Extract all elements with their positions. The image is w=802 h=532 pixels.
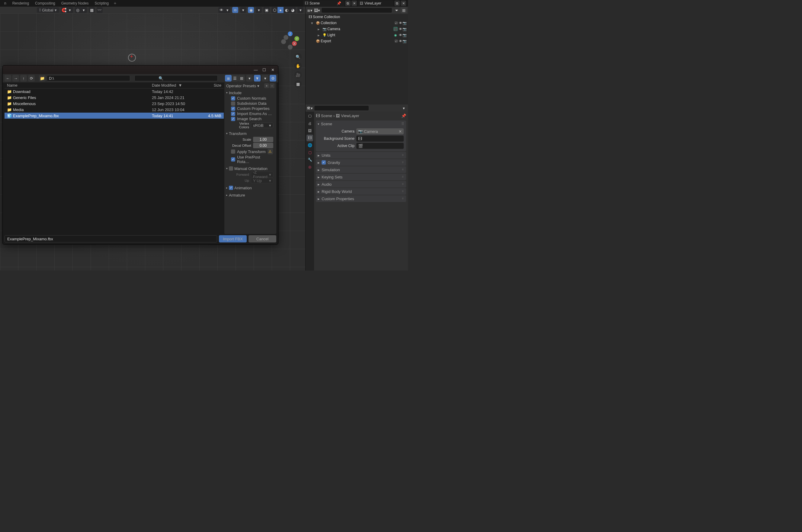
- cb-enums[interactable]: [231, 112, 235, 116]
- cb-subdivision[interactable]: [231, 101, 235, 106]
- filter-toggle[interactable]: ▼: [254, 75, 261, 81]
- tab-scene[interactable]: 🎞: [306, 135, 313, 141]
- cb-apply-transform[interactable]: [231, 149, 235, 154]
- maximize-icon[interactable]: ☐: [260, 66, 268, 73]
- bgscene-field[interactable]: 🎞: [356, 136, 404, 141]
- file-row[interactable]: 📁Miscellenous23 Sep 2023 14:50: [4, 100, 224, 107]
- panel-units[interactable]: ▸Units⠿: [316, 152, 406, 158]
- axis-gizmo[interactable]: Z Y X: [281, 32, 299, 50]
- shading-dropdown[interactable]: ▾: [298, 7, 304, 13]
- render-icon[interactable]: 📷: [402, 27, 407, 31]
- cb-prepost-rotation[interactable]: [231, 157, 235, 162]
- axis-x[interactable]: X: [292, 41, 297, 46]
- axis-y[interactable]: Y: [294, 36, 299, 41]
- back-button[interactable]: ←: [4, 75, 11, 81]
- scene-name-input[interactable]: [309, 1, 337, 5]
- minimize-icon[interactable]: —: [251, 66, 260, 73]
- scale-input[interactable]: 1.00: [253, 137, 273, 142]
- tree-item-camera[interactable]: ▸ 📷 Camera 🎥 👁 📷: [306, 26, 408, 32]
- perspective-icon[interactable]: ▦: [294, 80, 302, 88]
- magnet-icon[interactable]: 🧲: [61, 7, 67, 13]
- light-data-icon[interactable]: ◉: [394, 33, 398, 37]
- up-dropdown[interactable]: Y Up▾: [251, 178, 273, 183]
- properties-type-dropdown[interactable]: 🛠▾: [307, 105, 313, 111]
- tab-physics[interactable]: ◎: [306, 164, 313, 170]
- col-date[interactable]: Date Modified ▼: [152, 83, 200, 88]
- axis-z[interactable]: Z: [288, 32, 292, 36]
- properties-options-dropdown[interactable]: ▾: [401, 105, 407, 111]
- forward-button[interactable]: →: [12, 75, 19, 81]
- matprev-shading[interactable]: ◐: [284, 7, 290, 13]
- section-armature-header[interactable]: ▸Armature: [226, 192, 274, 198]
- pin-icon[interactable]: 📌: [337, 1, 341, 5]
- camera-view-icon[interactable]: 🎥: [294, 71, 302, 78]
- scene-selector[interactable]: 🎞 📌: [303, 0, 344, 6]
- cb-animation[interactable]: [229, 186, 233, 190]
- file-row[interactable]: 📁Generic Files25 Jan 2024 21:21: [4, 95, 224, 100]
- eye-icon[interactable]: 👁: [398, 33, 402, 37]
- view-list-icon[interactable]: ≣: [225, 75, 232, 81]
- outliner-display-dropdown[interactable]: 🖼▾: [314, 7, 320, 13]
- preset-add-button[interactable]: +: [264, 83, 269, 88]
- viewlayer-new-button[interactable]: ⧉: [394, 1, 400, 6]
- wireframe-shading[interactable]: ⬡: [271, 7, 278, 13]
- pin-icon[interactable]: 📌: [401, 114, 406, 118]
- cb-manual-orientation[interactable]: [229, 166, 233, 171]
- col-name[interactable]: Name: [7, 83, 152, 88]
- axis-neg2[interactable]: [284, 35, 288, 40]
- tab-compositing[interactable]: Compositing: [32, 0, 58, 7]
- checkbox-icon[interactable]: ☑: [394, 39, 398, 43]
- proportional-icon[interactable]: ◎: [75, 7, 81, 13]
- path-input[interactable]: [47, 75, 130, 81]
- panel-simulation[interactable]: ▸Simulation⠿: [316, 166, 406, 173]
- checkbox-icon[interactable]: ☑: [394, 21, 398, 25]
- col-size[interactable]: Size: [200, 83, 221, 88]
- tab-rendering[interactable]: Rendering: [9, 0, 32, 7]
- panel-keying-sets[interactable]: ▸Keying Sets⠿: [316, 174, 406, 180]
- viewlayer-selector[interactable]: 🖼: [358, 0, 394, 6]
- pan-icon[interactable]: ✋: [294, 62, 302, 70]
- scene-delete-button[interactable]: ✕: [351, 1, 357, 6]
- tab-viewlayer[interactable]: 🖼: [306, 128, 313, 134]
- eye-icon[interactable]: 👁: [398, 27, 402, 31]
- cb-custom-properties[interactable]: [231, 107, 235, 111]
- overlays-dropdown[interactable]: ▾: [256, 7, 262, 13]
- render-icon[interactable]: 📷: [402, 21, 407, 25]
- panel-gravity[interactable]: ▸Gravity⠿: [316, 159, 406, 166]
- retopo-icon[interactable]: ▦: [89, 7, 95, 13]
- visibility-icon[interactable]: 👁: [218, 7, 224, 13]
- rendered-shading[interactable]: ◕: [290, 7, 295, 13]
- preset-remove-button[interactable]: −: [270, 83, 274, 88]
- tree-item-light[interactable]: ▸ 💡 Light ◉ 👁 📷: [306, 32, 408, 38]
- tab-render[interactable]: 🖵: [306, 113, 313, 119]
- refresh-button[interactable]: ⟳: [28, 75, 35, 81]
- disclosure-icon[interactable]: ▸: [318, 27, 322, 32]
- tree-item-collection[interactable]: ▾ 📦 Collection ☑ 👁 📷: [306, 20, 408, 26]
- render-icon[interactable]: 📷: [402, 33, 407, 37]
- tree-root[interactable]: 🎞 Scene Collection: [306, 14, 408, 20]
- file-row-selected[interactable]: 🧊ExamplePrep_Mixamo.fbxToday 14:414.5 Mi…: [4, 113, 224, 119]
- tab-output[interactable]: 🖨: [306, 120, 313, 127]
- section-transform-header[interactable]: ▾Transform: [226, 130, 274, 136]
- import-button[interactable]: Import FBX: [219, 235, 247, 243]
- gravity-checkbox[interactable]: [322, 160, 326, 165]
- axis-neg3[interactable]: [288, 45, 292, 50]
- outliner-search-input[interactable]: [321, 7, 392, 13]
- eye-icon[interactable]: 👁: [398, 39, 402, 43]
- clear-icon[interactable]: ✕: [399, 129, 402, 134]
- tab-world[interactable]: 🌐: [306, 142, 313, 149]
- zoom-icon[interactable]: 🔍: [294, 53, 302, 60]
- close-icon[interactable]: ✕: [268, 66, 277, 73]
- curve-icon[interactable]: 〰: [97, 7, 103, 13]
- outliner-mode-dropdown[interactable]: ≣▾: [307, 7, 313, 13]
- cancel-button[interactable]: Cancel: [249, 235, 276, 243]
- cb-custom-normals[interactable]: [231, 96, 235, 100]
- disclosure-icon[interactable]: ▾: [311, 21, 315, 25]
- tab-modifiers[interactable]: 🔧: [306, 156, 313, 163]
- file-list[interactable]: 📁DownloadToday 14:42 📁Generic Files25 Ja…: [4, 89, 224, 234]
- modal-titlebar[interactable]: — ☐ ✕: [3, 65, 278, 74]
- section-include-header[interactable]: ▾Include: [226, 90, 274, 96]
- tab-geometry-nodes[interactable]: Geometry Nodes: [58, 0, 92, 7]
- xray-toggle[interactable]: ▣: [264, 7, 270, 13]
- viewlayer-name-input[interactable]: [364, 1, 392, 5]
